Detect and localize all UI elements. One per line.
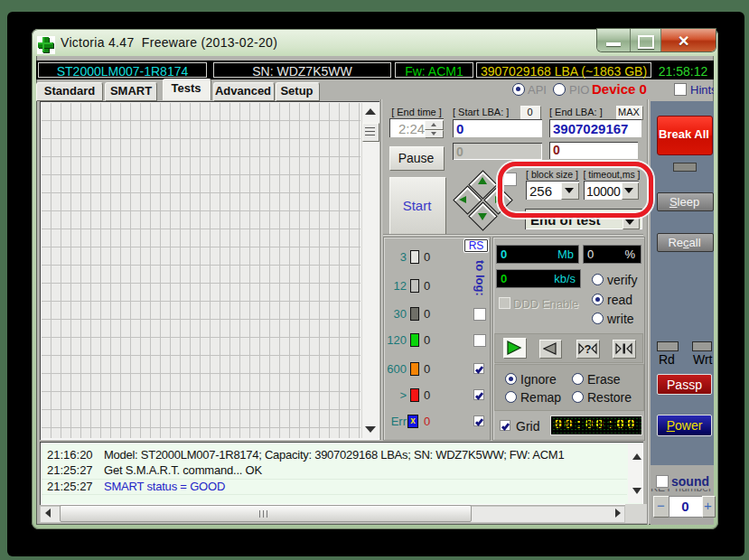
svg-text:?: ? (585, 342, 592, 355)
